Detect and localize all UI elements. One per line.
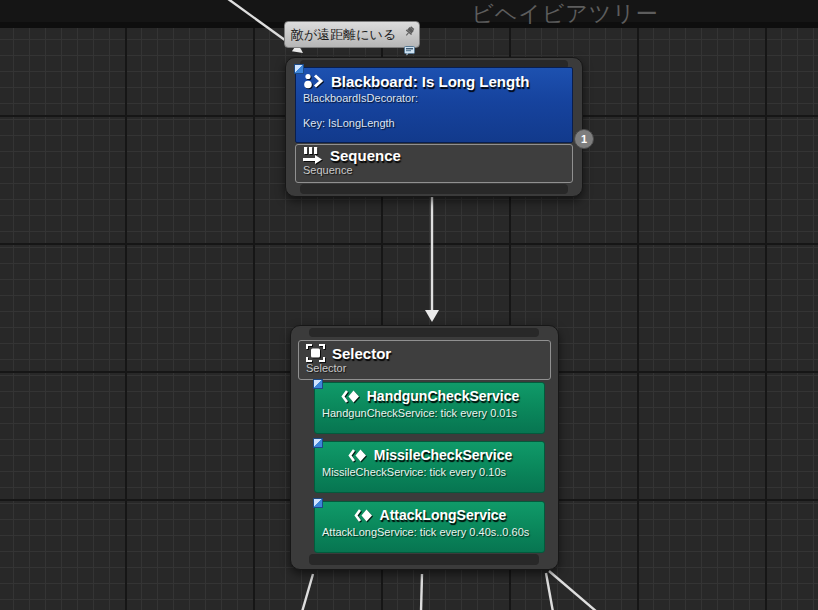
- output-pin-bar[interactable]: [300, 184, 568, 194]
- service-attack-long[interactable]: AttackLongService AttackLongService: tic…: [314, 501, 545, 553]
- composite-title: Selector: [332, 345, 391, 362]
- wire-selector-child-3[interactable]: [546, 573, 553, 610]
- comment-text: 敵が遠距離にいる: [285, 26, 419, 44]
- service-icon: [348, 448, 367, 463]
- decorator-key: Key: IsLongLength: [296, 117, 572, 129]
- input-pin-bar[interactable]: [309, 328, 539, 337]
- decorator-title: Blackboard: Is Long Length: [331, 73, 529, 90]
- decorator-detail: BlackboardIsDecorator:: [296, 92, 572, 104]
- composite-selector-section[interactable]: Selector Selector: [298, 340, 551, 380]
- wire-selector-child-4[interactable]: [549, 571, 597, 610]
- comment-bubble-icon[interactable]: [404, 42, 415, 60]
- service-icon: [341, 389, 360, 404]
- sub-node-pin: [313, 438, 323, 448]
- pushpin-icon[interactable]: [404, 23, 415, 41]
- composite-title: Sequence: [330, 147, 401, 164]
- sequence-icon: [303, 147, 323, 164]
- wire-sequence-to-selector[interactable]: [425, 196, 439, 322]
- comment-bubble[interactable]: 敵が遠距離にいる: [284, 21, 420, 48]
- service-subtitle: MissileCheckService: tick every 0.10s: [315, 463, 544, 478]
- service-title: HandgunCheckService: [367, 388, 520, 404]
- decorator-blackboard-is-long-length[interactable]: Blackboard: Is Long Length BlackboardIsD…: [295, 67, 573, 143]
- composite-subtitle: Sequence: [296, 164, 572, 176]
- behavior-tree-node-selector[interactable]: Selector Selector HandgunCheckService Ha…: [290, 325, 559, 570]
- wire-selector-child-1[interactable]: [302, 574, 313, 610]
- sub-node-pin: [313, 379, 323, 389]
- execution-order-badge: 1: [574, 129, 594, 149]
- sub-node-pin: [313, 498, 323, 508]
- output-pin-bar[interactable]: [309, 554, 539, 565]
- service-subtitle: AttackLongService: tick every 0.40s..0.6…: [315, 523, 544, 538]
- composite-sequence-section[interactable]: Sequence Sequence: [295, 144, 573, 183]
- service-title: MissileCheckService: [374, 447, 513, 463]
- blackboard-decorator-icon: [303, 72, 324, 90]
- service-missile-check[interactable]: MissileCheckService MissileCheckService:…: [314, 441, 545, 493]
- selector-icon: [306, 344, 325, 362]
- service-icon: [354, 508, 373, 523]
- service-subtitle: HandgunCheckService: tick every 0.01s: [315, 404, 544, 419]
- behavior-tree-node-sequence[interactable]: Blackboard: Is Long Length BlackboardIsD…: [285, 57, 583, 197]
- service-title: AttackLongService: [380, 507, 507, 523]
- wire-selector-child-2[interactable]: [421, 574, 422, 610]
- composite-subtitle: Selector: [299, 362, 550, 374]
- service-handgun-check[interactable]: HandgunCheckService HandgunCheckService:…: [314, 382, 545, 434]
